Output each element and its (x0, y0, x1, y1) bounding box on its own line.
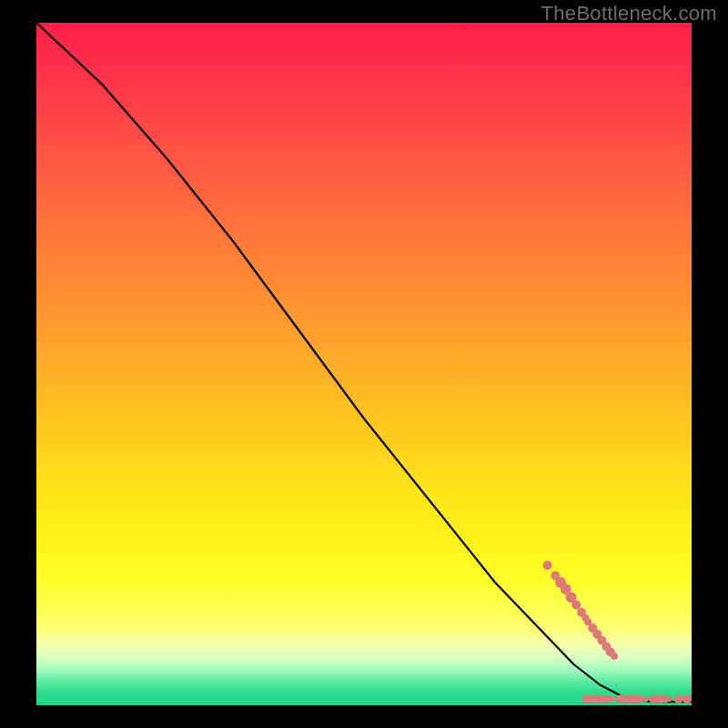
scatter-marker (611, 696, 616, 702)
scatter-markers-group (543, 561, 692, 703)
scatter-marker (590, 694, 599, 703)
scatter-marker (667, 696, 672, 702)
bottleneck-curve (36, 23, 692, 702)
scatter-marker (611, 652, 618, 660)
scatter-marker (616, 694, 625, 703)
scatter-marker (643, 696, 649, 702)
scatter-marker (674, 694, 683, 703)
chart-stage: TheBottleneck.com (0, 0, 728, 728)
chart-overlay-svg (36, 23, 692, 705)
scatter-marker (682, 694, 692, 703)
scatter-marker (543, 561, 552, 570)
plot-area (36, 23, 692, 705)
scatter-marker (571, 601, 581, 610)
scatter-marker (582, 694, 592, 703)
watermark-label: TheBottleneck.com (541, 2, 717, 25)
